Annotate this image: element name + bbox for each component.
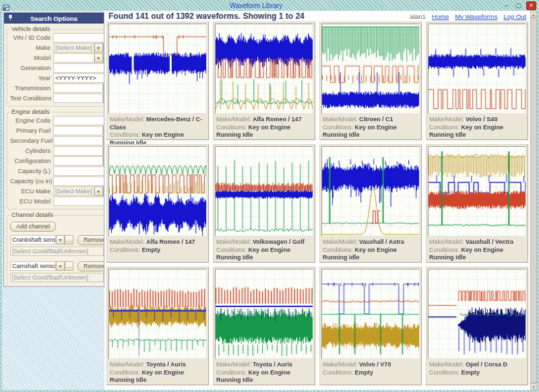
make-model-line: Make/Model: Volvo / V70 — [323, 361, 418, 369]
nav-link-my-waveforms[interactable]: My Waveforms — [455, 13, 497, 20]
dropdown-arrow-button[interactable]: ▾ — [56, 235, 65, 244]
waveform-canvas — [216, 269, 313, 358]
waveform-thumbnail[interactable] — [428, 146, 526, 236]
dropdown-arrow-button[interactable]: ▾ — [94, 187, 103, 196]
conditions-label: Conditions: — [110, 247, 142, 253]
waveform-thumbnail[interactable] — [321, 146, 420, 236]
vehicle-year-field[interactable]: <YYYY-YYYY> — [53, 73, 104, 83]
search-options-header[interactable]: Search Options — [4, 13, 104, 24]
waveform-thumbnail[interactable] — [215, 269, 313, 359]
channel-section: Channel detailsAdd channelCrankshaft sen… — [7, 211, 104, 287]
engine-configuration-field[interactable] — [53, 156, 103, 166]
browse-ellipsis-button[interactable]: … — [65, 235, 73, 244]
waveform-canvas — [322, 147, 419, 236]
waveform-thumbnail[interactable] — [428, 24, 526, 114]
make-model-line: Make/Model: Vauxhall / Astra — [323, 238, 418, 247]
waveform-thumbnail[interactable] — [215, 24, 313, 114]
dropdown-arrow-button[interactable]: ▾ — [94, 53, 103, 63]
channel-group: Camshaft sensor (H▾…Remove[Select Good/B… — [10, 261, 104, 283]
make-model-line: Make/Model: Toyota / Auris — [216, 361, 312, 369]
card-caption: Make/Model: Alfa Romeo / 147Conditions: … — [107, 238, 208, 255]
vertical-scrollbar[interactable]: ▲ ▼ — [530, 11, 537, 390]
dropdown-arrow-button[interactable]: ▾ — [94, 43, 103, 53]
dropdown-arrow-button[interactable]: ▾ — [56, 261, 65, 271]
make-model-value: Volvo / S40 — [466, 116, 497, 123]
vehicle-field-label: Year — [10, 75, 53, 81]
engine-field-label: Configuration — [10, 158, 53, 164]
make-model-value: Volvo / V70 — [359, 361, 391, 368]
remove-channel-button[interactable]: Remove — [77, 261, 104, 271]
waveform-card: Make/Model: Citroen / C1Conditions: Key … — [319, 22, 422, 140]
vehicle-vin-id-code-field[interactable] — [53, 33, 104, 42]
waveform-thumbnail[interactable] — [108, 269, 207, 359]
engine-row: Primary Fuel▾ — [10, 126, 104, 135]
engine-row: Capacity (cu in) — [10, 176, 104, 186]
engine-secondary-fuel-field[interactable] — [53, 136, 103, 145]
card-caption: Make/Model: Vauxhall / VectraConditions:… — [426, 238, 528, 263]
conditions-label: Conditions: — [216, 124, 249, 131]
close-button[interactable]: × — [526, 1, 536, 10]
result-bar: Found 141 out of 1392 waveforms. Showing… — [104, 11, 530, 21]
scrollbar-thumb[interactable] — [530, 18, 537, 383]
engine-primary-fuel-field[interactable] — [53, 126, 103, 135]
card-caption: Make/Model: Toyota / AurisConditions: Ke… — [107, 360, 208, 386]
vehicle-test-conditions-field[interactable] — [53, 94, 103, 103]
engine-ecu-model-field[interactable] — [53, 197, 104, 206]
channel-quality-select[interactable]: [Select Good/Bad/Unknown] — [10, 273, 104, 282]
vehicle-section: Vehicle detailsVIN / ID CodeMake[Select … — [7, 26, 104, 106]
make-model-line: Make/Model: Volvo / S40 — [429, 116, 525, 124]
engine-capacity-l--field[interactable] — [53, 166, 104, 176]
waveform-thumbnail[interactable] — [215, 146, 313, 236]
waveform-card: Make/Model: Alfa Romeo / 147Conditions: … — [213, 22, 315, 140]
conditions-line: Conditions: Key on Engine Running Idle — [216, 247, 312, 262]
engine-section: Engine detailsEngine CodePrimary Fuel▾Se… — [7, 108, 104, 209]
channel-select[interactable]: Crankshaft sensor ( — [10, 235, 56, 244]
waveform-thumbnail[interactable] — [428, 269, 526, 359]
engine-engine-code-field[interactable] — [53, 116, 104, 125]
make-model-value: Toyota / Auris — [253, 361, 292, 368]
engine-row: Secondary Fuel▾ — [10, 136, 104, 145]
add-channel-button[interactable]: Add channel — [10, 222, 56, 232]
waveform-thumbnail[interactable] — [321, 24, 420, 114]
make-model-label: Make/Model: — [323, 116, 359, 123]
engine-ecu-make-field[interactable]: [Select Make] — [53, 187, 94, 196]
card-caption: Make/Model: Volvo / S40Conditions: Key o… — [426, 115, 528, 141]
vehicle-field-label: Model — [10, 55, 53, 61]
waveform-thumbnail[interactable] — [321, 269, 420, 359]
vehicle-field-label: Transmission — [10, 85, 53, 92]
engine-cylinders-field[interactable] — [53, 146, 103, 156]
maximize-button[interactable]: ▢ — [513, 2, 524, 9]
remove-channel-button[interactable]: Remove — [77, 235, 104, 245]
browse-ellipsis-button[interactable]: … — [65, 261, 73, 271]
vehicle-transmission-field[interactable] — [53, 84, 103, 93]
channel-quality-select[interactable]: [Select Good/Bad/Unknown] — [10, 247, 104, 256]
waveform-thumbnail[interactable] — [108, 146, 207, 236]
conditions-label: Conditions: — [323, 124, 355, 131]
conditions-line: Conditions: Key on Engine Running Idle — [323, 247, 418, 262]
minimize-button[interactable]: – — [502, 2, 511, 9]
engine-field-label: Capacity (L) — [10, 168, 53, 174]
card-caption: Make/Model: Toyota / AurisConditions: Ke… — [214, 360, 315, 386]
engine-row: ECU Make[Select Make]▾… — [10, 187, 104, 196]
make-model-label: Make/Model: — [110, 116, 146, 123]
scroll-down-arrow[interactable]: ▼ — [530, 383, 537, 390]
vehicle-generation-field[interactable] — [53, 63, 104, 73]
nav-link-home[interactable]: Home — [432, 13, 449, 20]
vehicle-model-field[interactable] — [53, 53, 94, 63]
conditions-label: Conditions: — [429, 247, 462, 253]
engine-capacity-cu-in--field[interactable] — [53, 176, 104, 186]
make-model-label: Make/Model: — [216, 361, 253, 368]
scroll-up-arrow[interactable]: ▲ — [530, 11, 537, 18]
vehicle-make-field[interactable]: [Select Make] — [53, 43, 94, 53]
conditions-label: Conditions: — [429, 124, 462, 131]
conditions-value: Empty — [462, 369, 480, 376]
waveform-thumbnail[interactable] — [108, 24, 207, 114]
waveform-card: Make/Model: Vauxhall / AstraConditions: … — [319, 144, 422, 263]
channel-group: Crankshaft sensor (▾…Remove[Select Good/… — [10, 234, 104, 257]
pin-icon — [4, 14, 16, 22]
channel-select[interactable]: Camshaft sensor (H — [10, 261, 56, 271]
nav-link-log-out[interactable]: Log Out — [503, 13, 526, 20]
waveform-card: Make/Model: Alfa Romeo / 147Conditions: … — [106, 144, 209, 263]
waveform-canvas — [322, 24, 419, 113]
waveform-canvas — [429, 269, 526, 358]
